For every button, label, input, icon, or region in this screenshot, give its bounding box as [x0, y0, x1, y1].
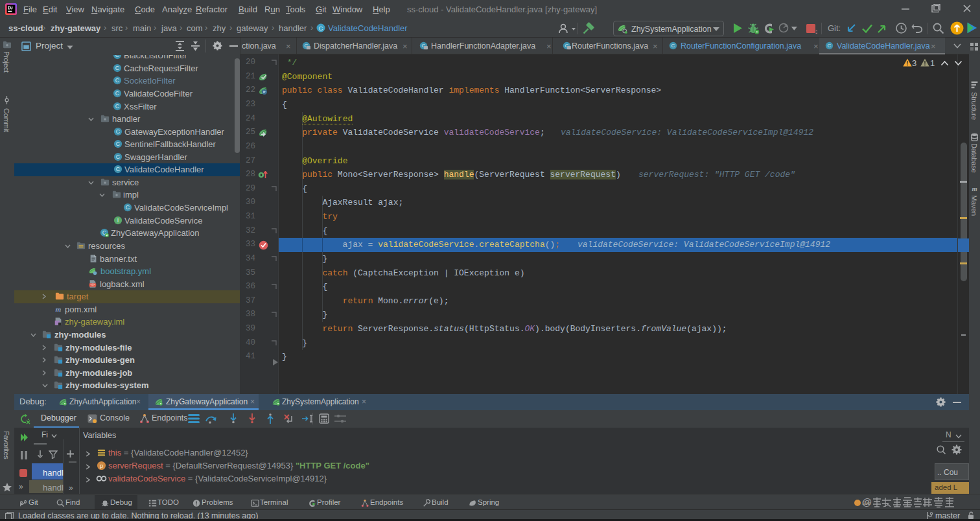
- svg-text:3: 3: [815, 30, 817, 34]
- svg-text:@: @: [862, 496, 872, 507]
- svg-text:p: p: [100, 462, 104, 469]
- svg-text:C: C: [319, 25, 323, 32]
- svg-text:m: m: [972, 185, 977, 192]
